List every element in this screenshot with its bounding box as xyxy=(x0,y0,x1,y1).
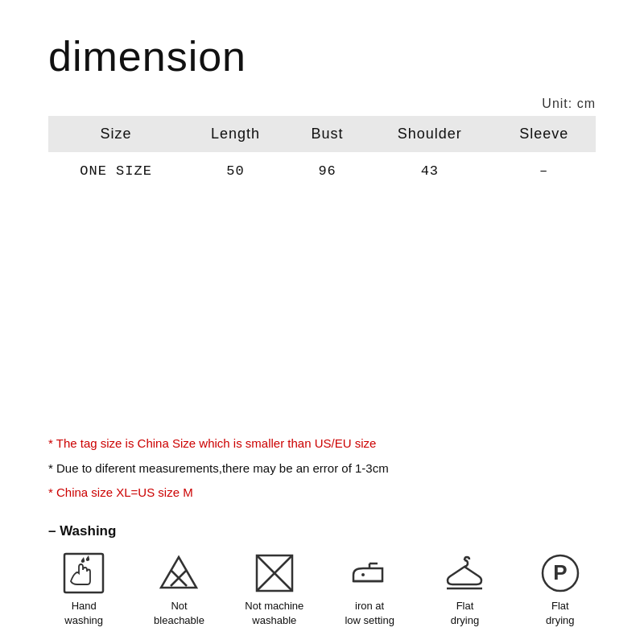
svg-text:P: P xyxy=(553,560,567,584)
size-table: SizeLengthBustShoulderSleeve ONE SIZE509… xyxy=(48,116,596,190)
flat-dry2-label: Flatdrying xyxy=(546,599,574,628)
hand-wash-label: Handwashing xyxy=(64,599,103,628)
no-machine-wash-label: Not machinewashable xyxy=(245,599,303,628)
flat-dry2-icon: P xyxy=(539,552,581,594)
iron-low-label: iron atlow setting xyxy=(345,599,394,628)
page: dimension Unit: cm SizeLengthBustShoulde… xyxy=(0,0,644,644)
table-header-cell: Size xyxy=(48,116,184,152)
note-line: * Due to diferent measurements,there may… xyxy=(48,460,596,478)
hand-wash-icon xyxy=(63,552,105,594)
svg-point-9 xyxy=(361,573,365,576)
table-cell: 96 xyxy=(287,152,368,190)
wash-item-hand: Handwashing xyxy=(48,552,119,628)
iron-low-icon xyxy=(349,552,390,594)
note-line: * The tag size is China Size which is sm… xyxy=(48,435,596,453)
wash-item-flat-dry2: P Flatdrying xyxy=(525,552,596,628)
wash-item-flat-dry1: Flatdrying xyxy=(429,552,500,628)
washing-icons: Handwashing Notbleachable xyxy=(48,552,596,628)
table-header-cell: Bust xyxy=(287,116,368,152)
table-cell: 50 xyxy=(184,152,287,190)
wash-item-iron-low: iron atlow setting xyxy=(334,552,405,628)
wash-item-no-machine: Not machinewashable xyxy=(239,552,310,628)
table-header-row: SizeLengthBustShoulderSleeve xyxy=(48,116,596,152)
no-machine-wash-icon xyxy=(254,552,295,594)
washing-header: – Washing xyxy=(48,523,596,539)
table-header-cell: Sleeve xyxy=(492,116,596,152)
table-header-cell: Length xyxy=(184,116,287,152)
table-cell: – xyxy=(492,152,596,190)
flat-dry1-label: Flatdrying xyxy=(451,599,479,628)
table-header-cell: Shoulder xyxy=(367,116,492,152)
flat-dry1-icon xyxy=(444,552,485,594)
wash-item-no-bleach: Notbleachable xyxy=(143,552,214,628)
unit-label: Unit: cm xyxy=(48,97,596,111)
no-bleach-label: Notbleachable xyxy=(154,599,204,628)
table-row: ONE SIZE509643– xyxy=(48,152,596,190)
table-cell: 43 xyxy=(367,152,492,190)
page-title: dimension xyxy=(48,32,596,80)
table-cell: ONE SIZE xyxy=(48,152,184,190)
no-bleach-icon xyxy=(158,552,200,594)
notes-section: * The tag size is China Size which is sm… xyxy=(48,435,596,509)
note-line: * China size XL=US size M xyxy=(48,484,596,502)
